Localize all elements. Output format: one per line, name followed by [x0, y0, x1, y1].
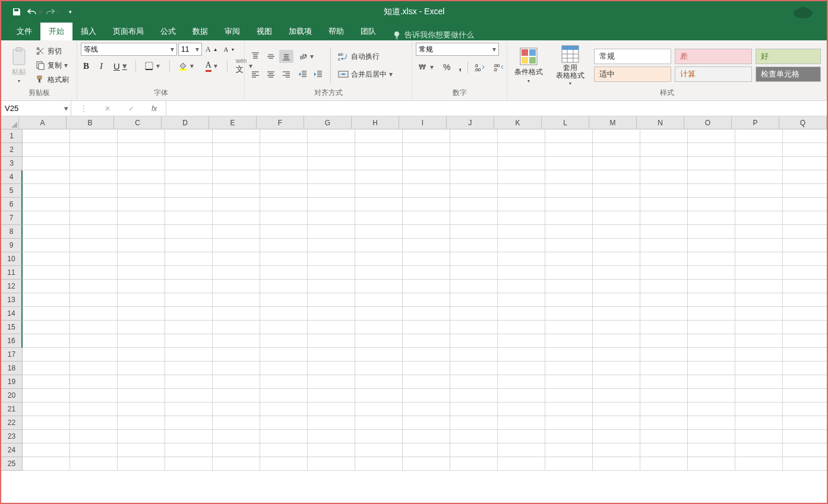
cell[interactable]: [735, 198, 783, 211]
cell[interactable]: [498, 129, 545, 143]
cell[interactable]: [593, 252, 640, 266]
cell[interactable]: [688, 143, 735, 157]
cell[interactable]: [260, 293, 308, 307]
cell[interactable]: [735, 157, 783, 170]
cell[interactable]: [593, 170, 640, 184]
cell[interactable]: [640, 266, 688, 280]
cell[interactable]: [165, 239, 213, 252]
cell[interactable]: [688, 334, 735, 348]
cell[interactable]: [213, 402, 260, 416]
cell[interactable]: [308, 416, 355, 430]
cell[interactable]: [688, 198, 735, 211]
cell[interactable]: [308, 443, 355, 457]
cell[interactable]: [213, 430, 260, 443]
cell[interactable]: [23, 402, 70, 416]
name-box[interactable]: V25▾: [1, 101, 71, 116]
cell[interactable]: [593, 211, 640, 225]
tab-team[interactable]: 团队: [352, 23, 384, 40]
cell[interactable]: [783, 211, 828, 225]
row-header[interactable]: 16: [1, 334, 23, 348]
cell[interactable]: [118, 443, 165, 457]
cell[interactable]: [498, 143, 545, 157]
tab-home[interactable]: 开始: [40, 23, 72, 40]
cell[interactable]: [640, 334, 688, 348]
cell[interactable]: [545, 443, 593, 457]
cell[interactable]: [735, 225, 783, 239]
cell[interactable]: [498, 334, 545, 348]
cell[interactable]: [118, 157, 165, 170]
cell[interactable]: [593, 143, 640, 157]
cell[interactable]: [545, 416, 593, 430]
decrease-decimal-button[interactable]: .00.0: [491, 61, 506, 74]
cell[interactable]: [260, 239, 308, 252]
cell[interactable]: [640, 307, 688, 321]
cell[interactable]: [70, 225, 118, 239]
cell[interactable]: [23, 266, 70, 280]
cell[interactable]: [783, 416, 828, 430]
cell-style-normal[interactable]: 常规: [594, 49, 671, 64]
cell[interactable]: [450, 252, 498, 266]
qat-customize-button[interactable]: ▾: [62, 4, 78, 20]
tab-view[interactable]: 视图: [248, 23, 280, 40]
cell[interactable]: [260, 389, 308, 402]
cell[interactable]: [783, 129, 828, 143]
cell[interactable]: [498, 293, 545, 307]
cell[interactable]: [783, 293, 828, 307]
cell[interactable]: [498, 321, 545, 334]
cell[interactable]: [498, 443, 545, 457]
cell[interactable]: [640, 362, 688, 375]
cell[interactable]: [355, 375, 403, 389]
cell[interactable]: [783, 321, 828, 334]
cell[interactable]: [783, 307, 828, 321]
cell[interactable]: [70, 239, 118, 252]
row-header[interactable]: 13: [1, 293, 23, 307]
align-right-button[interactable]: [279, 68, 293, 81]
column-header[interactable]: J: [447, 116, 494, 129]
align-middle-button[interactable]: [264, 50, 278, 63]
cell[interactable]: [213, 225, 260, 239]
cell[interactable]: [640, 239, 688, 252]
cell[interactable]: [70, 198, 118, 211]
font-name-combo[interactable]: 等线▾: [81, 43, 177, 56]
cell[interactable]: [260, 307, 308, 321]
column-header[interactable]: A: [19, 116, 67, 129]
cell[interactable]: [118, 321, 165, 334]
cell[interactable]: [593, 184, 640, 198]
cell[interactable]: [783, 266, 828, 280]
tab-file[interactable]: 文件: [8, 23, 40, 40]
cell[interactable]: [308, 430, 355, 443]
cell[interactable]: [688, 321, 735, 334]
cell[interactable]: [165, 157, 213, 170]
cell[interactable]: [213, 307, 260, 321]
row-header[interactable]: 25: [1, 457, 23, 471]
cell[interactable]: [260, 402, 308, 416]
cell[interactable]: [213, 252, 260, 266]
cell[interactable]: [355, 307, 403, 321]
cell[interactable]: [260, 225, 308, 239]
cell[interactable]: [260, 280, 308, 293]
cell[interactable]: [735, 348, 783, 362]
cell[interactable]: [213, 198, 260, 211]
cell[interactable]: [355, 184, 403, 198]
align-top-button[interactable]: [248, 50, 263, 63]
cell[interactable]: [403, 321, 450, 334]
cell[interactable]: [165, 143, 213, 157]
cell[interactable]: [688, 375, 735, 389]
cell[interactable]: [118, 266, 165, 280]
cell[interactable]: [735, 184, 783, 198]
cell[interactable]: [355, 334, 403, 348]
cell[interactable]: [593, 307, 640, 321]
cell[interactable]: [70, 211, 118, 225]
cell[interactable]: [640, 389, 688, 402]
cell[interactable]: [23, 198, 70, 211]
cell[interactable]: [450, 239, 498, 252]
cell[interactable]: [23, 443, 70, 457]
cell[interactable]: [165, 225, 213, 239]
cell[interactable]: [735, 280, 783, 293]
cell[interactable]: [450, 321, 498, 334]
cell-styles-gallery[interactable]: 常规 差 好 适中 计算 检查单元格: [594, 49, 821, 82]
cell[interactable]: [450, 402, 498, 416]
cell[interactable]: [70, 334, 118, 348]
cell[interactable]: [783, 252, 828, 266]
cell[interactable]: [355, 348, 403, 362]
